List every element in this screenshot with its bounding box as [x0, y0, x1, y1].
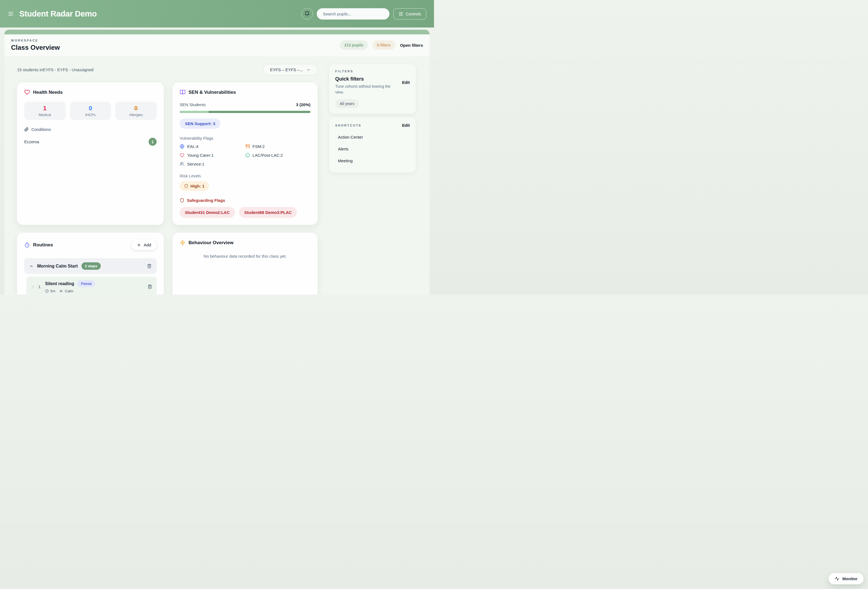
menu-icon[interactable]	[8, 11, 14, 17]
step-mode: Calm	[65, 289, 73, 293]
stat-label: IHCPs	[85, 113, 96, 117]
condition-name: Eczema	[24, 140, 39, 144]
safeguarding-label: Safeguarding Flags	[187, 198, 225, 203]
drag-handle-icon[interactable]	[31, 284, 35, 289]
step-duration: 5m	[50, 289, 55, 293]
stat-ihcps: 0 IHCPs	[70, 102, 111, 120]
add-label: Add	[144, 243, 151, 247]
flag-label: EAL:4	[187, 144, 198, 149]
step-name: Silent reading	[45, 281, 74, 286]
right-sidebar: FILTERS Quick filters Tune cohorts witho…	[329, 64, 416, 294]
condition-row: Eczema 1	[24, 138, 156, 146]
add-routine-button[interactable]: Add	[131, 240, 156, 250]
utensils-icon	[245, 144, 250, 149]
quick-filters-title: Quick filters	[335, 76, 410, 82]
chevron-up-icon	[29, 264, 34, 268]
card-title: SEN & Vulnerabilities	[189, 90, 236, 95]
workspace-eyebrow: WORKSPACE	[11, 39, 60, 42]
vulnerability-flags-label: Vulnerability Flags	[180, 136, 310, 140]
safeguarding-pill[interactable]: Student31 Demo2:LAC	[180, 207, 235, 218]
routine-group-name: Morning Calm Start	[37, 264, 78, 269]
pupils-count-badge: 213 pupils	[340, 40, 368, 50]
class-summary: 15 students inEYFS - EYFS - Unassigned	[17, 67, 94, 72]
class-selector-value: EYFS – EYFS –...	[270, 67, 303, 72]
risk-high-badge: High: 1	[180, 181, 209, 191]
steps-count-badge: 2 steps	[81, 262, 101, 270]
safeguarding-header: Safeguarding Flags	[180, 198, 310, 203]
flag-label: FSM:2	[252, 144, 265, 149]
filters-eyebrow: FILTERS	[335, 69, 410, 73]
face-icon	[245, 153, 250, 158]
workspace-header: WORKSPACE Class Overview 213 pupils 0 fi…	[4, 34, 430, 56]
flag-fsm: FSM:2	[245, 144, 311, 149]
lightning-icon	[180, 240, 186, 246]
routines-card: Routines Add	[17, 233, 164, 294]
delete-step-button[interactable]	[148, 284, 152, 289]
stat-label: Medical	[38, 113, 51, 117]
book-open-icon	[180, 89, 186, 95]
page-title: Class Overview	[11, 44, 60, 52]
paperclip-icon	[24, 127, 29, 132]
header-actions: Controls	[301, 8, 426, 19]
stat-medical: 1 Medical	[24, 102, 65, 120]
flag-young-carer: Young Carer:1	[180, 153, 245, 158]
search-input[interactable]	[317, 8, 390, 19]
sen-progress-bar	[180, 111, 310, 113]
controls-button[interactable]: Controls	[393, 8, 426, 19]
health-needs-card: Health Needs 1 Medical 0 IHCPs	[17, 82, 164, 225]
shortcut-meeting[interactable]: Meeting	[335, 158, 410, 163]
timer-icon	[24, 242, 30, 248]
risk-levels-label: Risk Levels	[180, 174, 310, 178]
controls-label: Controls	[406, 12, 421, 16]
stat-allergies: 0 Allergies	[115, 102, 156, 120]
filters-panel: FILTERS Quick filters Tune cohorts witho…	[329, 64, 416, 113]
sen-support-badge: SEN Support: 3	[180, 119, 220, 129]
stat-value: 0	[134, 105, 137, 112]
heart-icon	[180, 153, 185, 158]
routine-step: 1. Silent reading Focus	[27, 277, 156, 294]
heart-icon	[24, 89, 30, 95]
chevron-down-icon	[306, 68, 311, 72]
shortcut-alerts[interactable]: Alerts	[335, 147, 410, 151]
step-number: 1.	[38, 284, 41, 289]
card-title: Behaviour Overview	[189, 240, 233, 246]
flag-label: LAC/Post-LAC:2	[252, 153, 283, 158]
sliders-icon	[399, 12, 403, 16]
open-filters-button[interactable]: Open filters	[400, 43, 423, 47]
sen-students-label: SEN Students	[180, 102, 205, 107]
edit-filters-button[interactable]: Edit	[402, 80, 410, 85]
globe-icon	[180, 144, 185, 149]
flag-label: Service:1	[187, 162, 204, 166]
condition-count-badge: 1	[149, 138, 156, 146]
card-title: Routines	[33, 242, 53, 248]
quick-filters-description: Tune cohorts without leaving the view.	[335, 84, 392, 95]
sen-students-value: 3 (20%)	[296, 102, 310, 107]
plus-icon	[137, 243, 141, 247]
filter-chip-all-years[interactable]: All years	[335, 99, 359, 108]
bell-icon	[304, 11, 310, 16]
risk-high-label: High: 1	[190, 184, 204, 188]
clock-icon	[45, 289, 49, 293]
flag-eal: EAL:4	[180, 144, 245, 149]
notifications-button[interactable]	[301, 8, 313, 19]
delete-routine-button[interactable]	[147, 264, 152, 268]
shortcuts-eyebrow: SHORTCUTS	[335, 124, 361, 127]
stat-value: 0	[89, 105, 92, 112]
main-container: WORKSPACE Class Overview 213 pupils 0 fi…	[4, 30, 430, 294]
behaviour-overview-card: Behaviour Overview No behaviour data rec…	[173, 233, 317, 294]
accent-strip	[4, 30, 430, 34]
sen-vulnerabilities-card: SEN & Vulnerabilities SEN Students 3 (20…	[173, 82, 317, 225]
flag-lac: LAC/Post-LAC:2	[245, 153, 311, 158]
routine-group-header[interactable]: Morning Calm Start 2 steps	[24, 258, 156, 274]
flag-service: Service:1	[180, 162, 245, 166]
shortcut-action-center[interactable]: Action Center	[335, 135, 410, 140]
conditions-label: Conditions	[31, 127, 51, 132]
class-selector[interactable]: EYFS – EYFS –...	[263, 64, 317, 75]
edit-shortcuts-button[interactable]: Edit	[402, 123, 410, 128]
volume-icon	[60, 289, 63, 293]
app-title: Student Radar Demo	[19, 9, 97, 18]
stat-label: Allergies	[129, 113, 143, 117]
safeguarding-pill[interactable]: Student88 Demo3:PLAC	[239, 207, 297, 218]
behaviour-empty-message: No behaviour data recorded for this clas…	[180, 254, 310, 258]
stat-value: 1	[43, 105, 47, 112]
